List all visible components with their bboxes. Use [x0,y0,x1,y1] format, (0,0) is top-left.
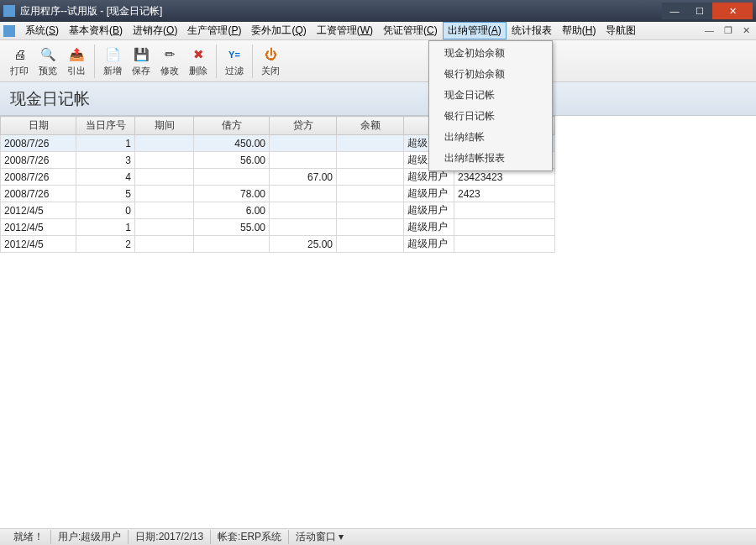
export-icon: 📤 [67,45,86,64]
column-header[interactable]: 日期 [1,117,76,135]
mdi-minimize[interactable]: — [702,25,717,36]
cell[interactable] [454,236,555,253]
cell[interactable]: 2012/4/5 [1,202,76,219]
status-window: 活动窗口 ▾ [289,530,350,544]
cell[interactable] [337,219,404,236]
preview-icon: 🔍 [39,45,57,64]
cell[interactable] [194,236,270,253]
cell[interactable] [135,135,194,152]
cell[interactable]: 2008/7/26 [1,169,76,186]
menu-item[interactable]: 出纳管理(A) [443,22,507,39]
cell[interactable]: 超级用户 [404,219,454,236]
cell[interactable]: 超级用户 [404,186,454,202]
cell[interactable] [270,152,337,169]
cell[interactable] [337,186,404,202]
column-header[interactable]: 余额 [337,117,404,135]
cell[interactable] [135,186,194,202]
column-header[interactable]: 借方 [194,117,270,135]
cell[interactable]: 2008/7/26 [1,186,76,202]
cell[interactable] [337,202,404,219]
cell[interactable] [135,202,194,219]
cell[interactable]: 3 [76,152,135,169]
cell[interactable] [135,236,194,253]
cell[interactable] [337,135,404,152]
cell[interactable]: 450.00 [194,135,270,152]
print-button[interactable]: 🖨打印 [5,44,34,79]
page-header: 现金日记帐 [0,82,756,116]
table-row[interactable]: 2012/4/5155.00超级用户 [1,219,555,236]
cell[interactable] [135,219,194,236]
cell[interactable] [135,152,194,169]
menu-item[interactable]: 委外加工(Q) [246,22,311,39]
dropdown-item[interactable]: 出纳结帐报表 [431,148,550,169]
save-button[interactable]: 💾保存 [127,44,155,79]
cell[interactable] [270,186,337,202]
menu-item[interactable]: 统计报表 [507,22,557,39]
cell[interactable]: 2423 [454,186,555,202]
cell[interactable] [454,202,555,219]
status-ready: 就绪！ [7,530,51,544]
cell[interactable]: 1 [76,219,135,236]
close-button[interactable]: ✕ [712,3,753,19]
menu-item[interactable]: 帮助(H) [557,22,601,39]
menu-item[interactable]: 生产管理(P) [182,22,246,39]
cell[interactable]: 2012/4/5 [1,219,76,236]
dropdown-item[interactable]: 出纳结帐 [431,127,550,148]
cell[interactable]: 1 [76,135,135,152]
cell[interactable] [337,169,404,186]
cell[interactable] [337,152,404,169]
cell[interactable]: 25.00 [270,236,337,253]
cell[interactable] [337,236,404,253]
cell[interactable]: 55.00 [194,219,270,236]
cell[interactable] [270,135,337,152]
table-row[interactable]: 2012/4/506.00超级用户 [1,202,555,219]
cell[interactable]: 超级用户 [404,236,454,253]
cell[interactable]: 5 [76,186,135,202]
menu-item[interactable]: 工资管理(W) [312,22,378,39]
cell[interactable] [135,169,194,186]
cell[interactable] [194,169,270,186]
filter-button[interactable]: Y=过滤 [220,44,249,79]
cell[interactable]: 78.00 [194,186,270,202]
column-header[interactable]: 期间 [135,117,194,135]
table-row[interactable]: 2012/4/5225.00超级用户 [1,236,555,253]
cell[interactable]: 67.00 [270,169,337,186]
close-tool-button[interactable]: ⏻关闭 [256,44,285,79]
cell[interactable] [454,219,555,236]
preview-button[interactable]: 🔍预览 [34,44,62,79]
cell[interactable]: 2008/7/26 [1,152,76,169]
delete-button[interactable]: ✖删除 [184,44,213,79]
cell[interactable]: 6.00 [194,202,270,219]
menu-item[interactable]: 系统(S) [20,22,64,39]
export-button[interactable]: 📤引出 [62,44,91,79]
cell[interactable]: 2008/7/26 [1,135,76,152]
statusbar: 就绪！ 用户:超级用户 日期:2017/2/13 帐套:ERP系统 活动窗口 ▾ [0,528,756,545]
new-button[interactable]: 📄新增 [98,44,127,79]
maximize-button[interactable]: ☐ [687,3,712,19]
cell[interactable]: 4 [76,169,135,186]
menu-item[interactable]: 进销存(O) [128,22,182,39]
table-row[interactable]: 2008/7/26578.00超级用户2423 [1,186,555,202]
column-header[interactable]: 贷方 [270,117,337,135]
cell[interactable]: 2 [76,236,135,253]
column-header[interactable]: 当日序号 [76,117,135,135]
cell[interactable] [270,219,337,236]
cell[interactable]: 56.00 [194,152,270,169]
menu-item[interactable]: 基本资料(B) [64,22,128,39]
cell[interactable]: 超级用户 [404,202,454,219]
menu-item[interactable]: 凭证管理(C) [378,22,443,39]
mdi-restore[interactable]: ❐ [722,25,735,36]
cell[interactable]: 0 [76,202,135,219]
edit-button[interactable]: ✏修改 [155,44,184,79]
dropdown-item[interactable]: 现金初始余额 [431,43,550,64]
dropdown-item[interactable]: 现金日记帐 [431,85,550,106]
menu-item[interactable]: 导航图 [601,22,641,39]
minimize-button[interactable]: — [662,3,687,19]
cell[interactable] [270,202,337,219]
dropdown-item[interactable]: 银行日记帐 [431,106,550,127]
cell[interactable]: 2012/4/5 [1,236,76,253]
mdi-close[interactable]: ✕ [740,25,753,36]
dropdown-item[interactable]: 银行初始余额 [431,64,550,85]
page-title: 现金日记帐 [10,88,90,110]
filter-icon: Y= [225,45,244,64]
